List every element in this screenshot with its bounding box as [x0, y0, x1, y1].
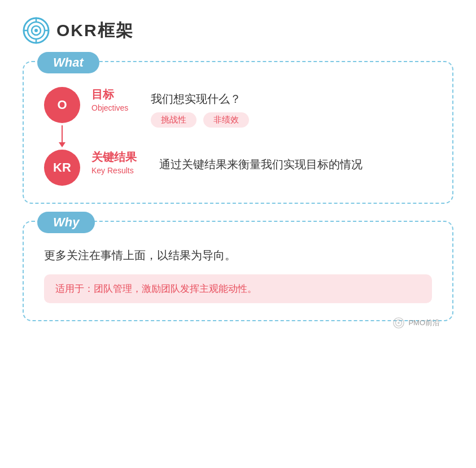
- objectives-tags: 挑战性 非绩效: [151, 112, 249, 128]
- svg-point-10: [398, 322, 400, 324]
- what-label: What: [37, 52, 99, 73]
- keyresults-title-cn: 关键结果: [91, 150, 137, 165]
- why-highlight-text: 适用于：团队管理，激励团队发挥主观能动性。: [55, 283, 257, 294]
- keyresults-left: KR: [44, 150, 80, 186]
- objectives-left: O: [44, 87, 80, 150]
- tag-nonperformance: 非绩效: [203, 112, 249, 128]
- what-section: What O 目标 Objectives 我们想实现: [23, 61, 453, 204]
- objectives-desc-text: 我们想实现什么？: [151, 91, 249, 107]
- objectives-row: O 目标 Objectives 我们想实现什么？ 挑战性: [44, 87, 432, 150]
- keyresults-title-en: Key Results: [91, 166, 137, 175]
- connector: [59, 125, 65, 147]
- watermark-icon: [392, 317, 405, 329]
- why-highlight-box: 适用于：团队管理，激励团队发挥主观能动性。: [44, 274, 432, 303]
- why-section: Why 更多关注在事情上面，以结果为导向。 适用于：团队管理，激励团队发挥主观能…: [23, 221, 453, 321]
- objectives-title-cn: 目标: [91, 87, 128, 102]
- connector-line: [62, 125, 63, 142]
- page-wrapper: OKR框架 What O 目标 Objectives: [23, 17, 453, 338]
- keyresults-desc-text: 通过关键结果来衡量我们实现目标的情况: [159, 157, 363, 172]
- okr-target-icon: [23, 17, 50, 44]
- keyresults-info: 关键结果 Key Results: [91, 150, 137, 175]
- connector-arrow: [59, 142, 65, 147]
- header: OKR框架: [23, 17, 453, 44]
- why-label: Why: [37, 212, 95, 233]
- objectives-circle: O: [44, 87, 80, 123]
- page-title: OKR框架: [56, 19, 134, 42]
- keyresults-circle: KR: [44, 150, 80, 186]
- svg-point-3: [34, 29, 38, 32]
- keyresults-desc: 通过关键结果来衡量我们实现目标的情况: [154, 152, 363, 172]
- objectives-info: 目标 Objectives: [91, 87, 128, 112]
- watermark: PMO前沿: [392, 317, 440, 329]
- objectives-desc: 我们想实现什么？ 挑战性 非绩效: [145, 87, 249, 128]
- watermark-text: PMO前沿: [408, 318, 440, 328]
- keyresults-row: KR 关键结果 Key Results 通过关键结果来衡量我们实现目标的情况: [44, 150, 432, 186]
- why-main-text: 更多关注在事情上面，以结果为导向。: [44, 248, 432, 263]
- tag-challenge: 挑战性: [151, 112, 196, 128]
- objectives-title-en: Objectives: [91, 103, 128, 112]
